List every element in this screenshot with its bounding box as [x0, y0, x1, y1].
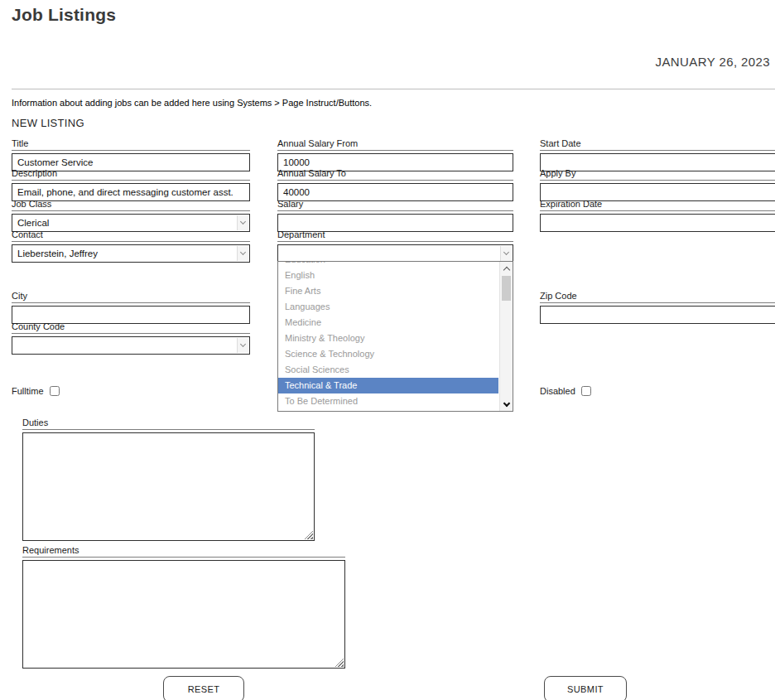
dropdown-option-education[interactable]: Education [278, 261, 498, 268]
department-dropdown: Education English Fine Arts Languages Me… [277, 261, 513, 412]
dropdown-option-technical-trade[interactable]: Technical & Trade [278, 378, 498, 393]
salary-label: Salary [277, 199, 513, 211]
chevron-down-icon [237, 246, 248, 261]
title-label: Title [12, 138, 250, 151]
annual-salary-from-field: Annual Salary From [277, 138, 513, 171]
department-label: Department [277, 229, 513, 242]
requirements-textarea[interactable] [22, 560, 345, 669]
city-field: City [12, 291, 250, 324]
chevron-down-icon [500, 246, 512, 261]
dropdown-option-languages[interactable]: Languages [278, 299, 498, 315]
start-date-label: Start Date [540, 138, 775, 151]
dropdown-option-ministry-theology[interactable]: Ministry & Theology [278, 331, 498, 346]
chevron-down-icon [237, 215, 248, 230]
disabled-label: Disabled [540, 386, 575, 396]
scroll-up-icon[interactable] [500, 262, 513, 275]
salary-field: Salary [277, 199, 513, 232]
section-heading: NEW LISTING [12, 117, 84, 129]
duties-field: Duties [22, 418, 315, 541]
annual-salary-to-field: Annual Salary To [277, 168, 513, 201]
annual-salary-to-label: Annual Salary To [277, 168, 513, 181]
dropdown-option-to-be-determined[interactable]: To Be Determined [278, 393, 498, 409]
duties-textarea[interactable] [22, 432, 315, 541]
dropdown-option-social-sciences[interactable]: Social Sciences [278, 362, 498, 378]
expiration-date-label: Expiration Date [540, 199, 775, 211]
fulltime-checkbox[interactable] [50, 386, 60, 396]
duties-label: Duties [22, 418, 315, 430]
contact-field: Contact Lieberstein, Jeffrey [12, 229, 250, 263]
fulltime-field: Fulltime [12, 386, 60, 396]
scrollbar-thumb[interactable] [502, 276, 511, 301]
title-field: Title [12, 138, 250, 171]
expiration-date-input[interactable] [540, 214, 775, 232]
dropdown-option-english[interactable]: English [278, 268, 498, 283]
disabled-checkbox[interactable] [581, 386, 591, 396]
county-code-label: County Code [12, 321, 250, 334]
annual-salary-from-label: Annual Salary From [277, 138, 513, 151]
job-listings-page: Job Listings JANUARY 26, 2023 Informatio… [0, 0, 775, 700]
apply-by-field: Apply By [540, 168, 775, 201]
date-label: JANUARY 26, 2023 [656, 55, 770, 69]
dropdown-option-science-technology[interactable]: Science & Technology [278, 346, 498, 362]
chevron-down-icon [237, 338, 248, 353]
zip-code-label: Zip Code [540, 291, 775, 303]
disabled-field: Disabled [540, 386, 591, 396]
department-field: Department [277, 229, 513, 263]
city-label: City [12, 291, 250, 303]
zip-code-field: Zip Code [540, 291, 775, 324]
job-class-label: Job Class [12, 199, 250, 211]
county-code-select[interactable] [12, 336, 250, 355]
requirements-label: Requirements [22, 545, 345, 558]
divider [12, 89, 775, 89]
description-label: Description [12, 168, 250, 181]
page-title: Job Listings [12, 5, 116, 25]
info-text: Information about adding jobs can be add… [12, 98, 372, 108]
dropdown-option-fine-arts[interactable]: Fine Arts [278, 283, 498, 299]
county-code-field: County Code [12, 321, 250, 355]
contact-label: Contact [12, 229, 250, 242]
requirements-field: Requirements [22, 545, 345, 669]
scrollbar[interactable] [499, 262, 513, 411]
apply-by-label: Apply By [540, 168, 775, 181]
description-field: Description [12, 168, 250, 201]
fulltime-label: Fulltime [12, 386, 44, 396]
start-date-field: Start Date [540, 138, 775, 171]
department-select[interactable] [277, 244, 513, 263]
scroll-down-icon[interactable] [500, 398, 513, 411]
contact-value: Lieberstein, Jeffrey [17, 249, 98, 258]
contact-select[interactable]: Lieberstein, Jeffrey [12, 244, 250, 263]
expiration-date-field: Expiration Date [540, 199, 775, 232]
job-class-field: Job Class Clerical [12, 199, 250, 232]
submit-button[interactable]: SUBMIT [544, 676, 627, 700]
dropdown-option-medicine[interactable]: Medicine [278, 315, 498, 331]
zip-code-input[interactable] [540, 306, 775, 324]
reset-button[interactable]: RESET [163, 676, 244, 700]
job-class-value: Clerical [17, 218, 49, 228]
